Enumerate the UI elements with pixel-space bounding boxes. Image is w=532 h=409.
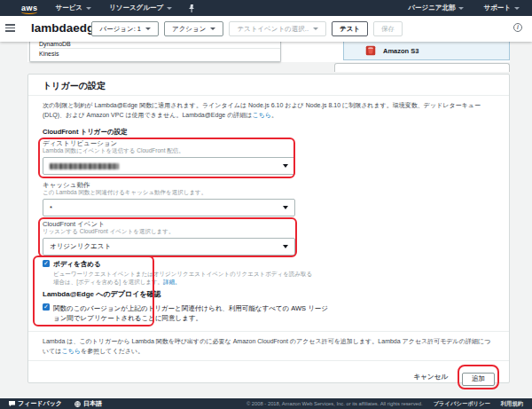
info-icon[interactable]: i <box>513 23 522 32</box>
include-body-checkbox[interactable]: ✓ <box>43 260 50 267</box>
chevron-down-icon <box>458 7 464 10</box>
chevron-down-icon <box>210 28 215 30</box>
chevron-down-icon <box>313 28 318 30</box>
details-link[interactable]: こちら <box>252 112 271 118</box>
chevron-down-icon <box>283 206 288 209</box>
nav-right-group: バージニア北部 サポート <box>388 4 520 12</box>
chevron-down-icon <box>145 28 151 30</box>
trigger-config-panel: トリガーの設定 次の制限と制約が Lambda@Edge 関数に適用されます。ラ… <box>27 74 510 383</box>
cloudfront-event-field-group: CloudFront イベント リッスンする CloudFront イベントを選… <box>43 220 495 256</box>
cache-behavior-select[interactable]: * <box>43 199 295 216</box>
header-buttons: バージョン: 1 アクション テストイベントの選択.. テスト 保存 <box>91 21 403 36</box>
designer-strip: DynamoDB Kinesis Amazon S3 <box>27 42 510 62</box>
include-body-details-link[interactable]: 詳細。 <box>163 279 181 285</box>
distribution-help: Lambda 関数にイベントを送信する CloudFront 配信。 <box>43 147 495 154</box>
nav-region-selector[interactable]: バージニア北部 <box>408 4 464 12</box>
deploy-confirm-title: Lambda@Edge へのデプロイを確認 <box>43 290 495 298</box>
cloudfront-section-title: CloudFront トリガーの設定 <box>43 128 495 136</box>
nav-support[interactable]: サポート <box>483 4 520 12</box>
include-body-section: ✓ ボディを含める ビューワーリクエストイベントまたはオリジンリクエストイベント… <box>43 260 495 323</box>
include-body-row: ✓ ボディを含める <box>43 260 495 268</box>
language-selector[interactable]: 日本語 <box>74 399 102 408</box>
top-navbar: aws サービス リソースグループ バージニア北部 サポート <box>0 0 532 16</box>
cloudfront-event-select[interactable]: オリジンリクエスト <box>43 238 295 256</box>
panel-title: トリガーの設定 <box>43 82 495 90</box>
permission-note: Lambda は、このトリガーから Lambda 関数を呼び出すのに必要な Am… <box>43 336 495 356</box>
add-button[interactable]: 追加 <box>462 373 495 386</box>
amazon-s3-card[interactable]: Amazon S3 <box>343 42 510 60</box>
trigger-source-list: DynamoDB Kinesis <box>29 40 281 62</box>
chevron-down-icon <box>167 7 172 10</box>
chevron-down-icon <box>86 7 91 10</box>
chevron-down-icon <box>514 7 520 10</box>
chevron-down-icon <box>283 245 288 248</box>
distribution-select[interactable] <box>43 157 295 175</box>
console-footer: フィードバック 日本語 © 2008 - 2018, Amazon Web Se… <box>0 398 532 409</box>
distribution-value-redacted <box>50 163 119 169</box>
globe-icon <box>74 401 81 407</box>
speech-bubble-icon <box>9 401 15 407</box>
nav-services[interactable]: サービス <box>56 4 92 12</box>
cache-behavior-field-group: キャッシュ動作 この Lambda 関数と関連付けるキャッシュ動作を選択します。… <box>43 181 495 216</box>
hamburger-menu-icon[interactable] <box>5 24 15 34</box>
panel-actions: キャンセル 追加 <box>28 360 509 386</box>
copyright-text: © 2008 - 2018, Amazon Web Services, Inc.… <box>246 401 423 406</box>
function-header: lambdaedge-post:1 バージョン: 1 アクション テストイベント… <box>0 16 532 42</box>
divider <box>28 331 509 332</box>
distribution-field-group: ディストリビューション Lambda 関数にイベントを送信する CloudFro… <box>43 139 495 175</box>
deploy-confirm-row: ✓ 関数のこのバージョンが上記のトリガーと関連付けられ、利用可能なすべての AW… <box>43 303 495 323</box>
distribution-label: ディストリビューション <box>43 139 495 147</box>
actions-dropdown[interactable]: アクション <box>164 21 223 36</box>
footer-right: © 2008 - 2018, Amazon Web Services, Inc.… <box>246 400 523 408</box>
cloudfront-event-help: リッスンする CloudFront イベントを選択します。 <box>43 228 495 235</box>
cancel-button[interactable]: キャンセル <box>414 373 448 381</box>
s3-card-label: Amazon S3 <box>383 47 419 55</box>
version-dropdown[interactable]: バージョン: 1 <box>91 21 159 36</box>
test-event-dropdown[interactable]: テストイベントの選択.. <box>229 21 326 36</box>
deploy-confirm-label: 関数のこのバージョンが上記のトリガーと関連付けられ、利用可能なすべての AWS … <box>53 303 330 323</box>
list-item-kinesis[interactable]: Kinesis <box>30 49 280 59</box>
aws-logo[interactable]: aws <box>21 4 38 12</box>
aws-console-page: aws サービス リソースグループ バージニア北部 サポート lambdaedg… <box>0 0 532 409</box>
feedback-button[interactable]: フィードバック <box>9 399 62 408</box>
include-body-help: ビューワーリクエストイベントまたはオリジンリクエストイベントのリクエストボディを… <box>53 270 317 286</box>
privacy-policy-link[interactable]: プライバシーポリシー <box>434 400 490 408</box>
s3-bucket-icon <box>365 45 376 56</box>
include-body-label: ボディを含める <box>53 260 101 268</box>
cache-behavior-value: * <box>50 204 52 212</box>
cloudfront-event-label: CloudFront イベント <box>43 220 495 228</box>
cloudfront-event-value: オリジンリクエスト <box>50 242 111 251</box>
nav-resource-groups[interactable]: リソースグループ <box>109 4 172 12</box>
divider <box>28 95 509 96</box>
terms-link[interactable]: 利用規約 <box>501 400 523 408</box>
cache-behavior-help: この Lambda 関数と関連付けるキャッシュ動作を選択します。 <box>43 189 495 196</box>
deploy-confirm-checkbox[interactable]: ✓ <box>43 303 50 311</box>
edge-restrictions-text: 次の制限と制約が Lambda@Edge 関数に適用されます。ラインタイムは N… <box>43 100 495 120</box>
permission-model-link[interactable]: こちら <box>62 348 82 354</box>
pushpin-icon[interactable] <box>188 0 195 16</box>
cache-behavior-label: キャッシュ動作 <box>43 181 495 189</box>
chevron-down-icon <box>283 164 288 168</box>
test-button[interactable]: テスト <box>332 21 368 36</box>
add-button-wrap: 追加 <box>462 368 495 386</box>
designer-card-sliver <box>334 63 510 72</box>
save-button[interactable]: 保存 <box>373 21 403 36</box>
